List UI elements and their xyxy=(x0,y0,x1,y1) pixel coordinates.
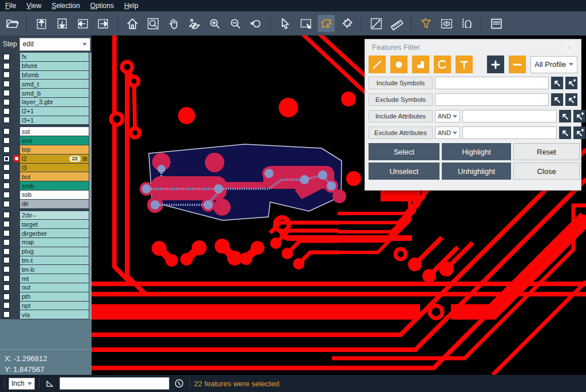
dialog-close-icon[interactable]: x xyxy=(565,43,574,52)
layer-active-indicator[interactable] xyxy=(13,265,20,274)
layer-visibility-checkbox[interactable] xyxy=(0,220,13,228)
unhighlight-button[interactable]: Unhighlight xyxy=(442,163,511,180)
layer-visibility-checkbox[interactable] xyxy=(0,191,13,199)
angle-mode-icon[interactable] xyxy=(43,377,56,390)
layer-row[interactable]: smd_t xyxy=(0,80,92,88)
layer-row[interactable]: bfsmb xyxy=(0,71,92,80)
layer-active-indicator[interactable] xyxy=(13,107,20,116)
layer-active-indicator[interactable] xyxy=(13,136,20,145)
layer-row[interactable]: tm-b xyxy=(0,265,92,274)
layer-active-indicator[interactable] xyxy=(13,62,20,70)
command-input[interactable] xyxy=(60,377,169,390)
pick-symbol-icon[interactable] xyxy=(551,77,563,89)
layer-active-indicator[interactable] xyxy=(13,127,20,136)
pick-add-attribute-icon[interactable] xyxy=(573,110,585,122)
menu-options[interactable]: Options xyxy=(85,0,119,11)
layer-name-cell[interactable]: l2 22 ⊞ xyxy=(20,155,89,163)
layer-name-cell[interactable]: out xyxy=(20,283,89,292)
layer-name-cell[interactable]: l3+1 xyxy=(20,116,89,125)
layer-visibility-checkbox[interactable] xyxy=(0,145,13,154)
zoom-previous-icon[interactable] xyxy=(247,15,264,32)
layer-active-indicator[interactable] xyxy=(13,116,20,125)
filter-arc-icon[interactable] xyxy=(434,56,451,73)
layer-row[interactable]: pth xyxy=(0,292,92,301)
step-select[interactable]: edit xyxy=(19,38,90,51)
layer-visibility-checkbox[interactable] xyxy=(0,164,13,172)
open-file-icon[interactable] xyxy=(3,15,21,32)
layer-row[interactable]: 2dir-- xyxy=(0,211,92,220)
layer-active-indicator[interactable] xyxy=(13,247,20,256)
drag-view-icon[interactable] xyxy=(185,15,203,32)
layer-name-cell[interactable]: target xyxy=(20,220,89,228)
layer-row[interactable]: l3+1 xyxy=(0,116,92,125)
layer-row[interactable]: mt xyxy=(0,274,92,283)
filter-surface-icon[interactable] xyxy=(412,56,429,73)
layer-row[interactable]: dirgerber xyxy=(0,229,92,237)
layer-row[interactable]: smt xyxy=(0,136,92,145)
layer-row[interactable]: l3 xyxy=(0,164,92,172)
layer-row[interactable]: via xyxy=(0,310,92,319)
layer-visibility-checkbox[interactable] xyxy=(0,107,13,116)
layer-name-cell[interactable]: mt xyxy=(20,274,89,283)
layer-row[interactable]: fx xyxy=(0,53,92,61)
layer-visibility-checkbox[interactable] xyxy=(0,116,13,125)
exclude-attributes-button[interactable]: Exclude Attributes xyxy=(369,126,433,139)
layer-visibility-checkbox[interactable] xyxy=(0,62,13,70)
layer-list-scrollbar[interactable] xyxy=(89,53,92,319)
pick-symbol-icon[interactable] xyxy=(551,93,563,106)
layer-visibility-checkbox[interactable] xyxy=(0,247,13,256)
layer-visibility-checkbox[interactable] xyxy=(0,302,13,310)
layer-visibility-checkbox[interactable] xyxy=(0,265,13,274)
layer-visibility-checkbox[interactable] xyxy=(0,200,13,208)
layer-active-indicator[interactable] xyxy=(13,145,20,154)
layer-name-cell[interactable]: bfsmt xyxy=(20,62,89,70)
menu-selection[interactable]: Selection xyxy=(46,0,85,11)
close-button[interactable]: Close xyxy=(513,163,580,180)
pan-up-icon[interactable] xyxy=(33,15,50,32)
select-cursor-icon[interactable] xyxy=(276,15,294,32)
layer-visibility-checkbox[interactable] xyxy=(0,98,13,106)
pan-hand-icon[interactable] xyxy=(165,15,182,32)
layer-visibility-checkbox[interactable] xyxy=(0,274,13,283)
exclude-attributes-input[interactable] xyxy=(462,126,557,139)
layer-visibility-checkbox[interactable] xyxy=(0,283,13,292)
layer-name-cell[interactable]: tm-b xyxy=(20,265,89,274)
layer-visibility-checkbox[interactable] xyxy=(0,155,13,163)
layer-visibility-checkbox[interactable] xyxy=(0,238,13,247)
layer-active-indicator[interactable] xyxy=(13,98,20,106)
layer-name-cell[interactable]: npt xyxy=(20,302,89,310)
reset-button[interactable]: Reset xyxy=(513,143,580,160)
pick-add-symbol-icon[interactable] xyxy=(565,77,577,89)
ruler-icon[interactable] xyxy=(388,15,405,32)
layer-active-indicator[interactable] xyxy=(13,164,20,172)
view-highlight-icon[interactable] xyxy=(438,15,455,32)
layer-active-indicator[interactable] xyxy=(13,211,20,220)
layer-active-indicator[interactable] xyxy=(13,53,20,61)
layer-row[interactable]: layer_3.gbr xyxy=(0,98,92,106)
filter-pad-icon[interactable] xyxy=(390,56,407,73)
layer-visibility-checkbox[interactable] xyxy=(0,229,13,237)
layer-name-cell[interactable]: smd_b xyxy=(20,89,89,97)
layer-active-indicator[interactable] xyxy=(13,302,20,310)
layer-visibility-checkbox[interactable] xyxy=(0,256,13,265)
pan-right-icon[interactable] xyxy=(94,15,112,32)
filter-line-icon[interactable] xyxy=(369,56,386,73)
filter-text-icon[interactable] xyxy=(456,56,473,73)
home-view-icon[interactable] xyxy=(124,15,141,32)
layer-visibility-checkbox[interactable] xyxy=(0,80,13,88)
layer-visibility-checkbox[interactable] xyxy=(0,89,13,97)
pick-add-attribute-icon[interactable] xyxy=(573,126,585,139)
layer-visibility-checkbox[interactable] xyxy=(0,136,13,145)
layer-name-cell[interactable]: map xyxy=(20,238,89,247)
exclude-symbols-button[interactable]: Exclude Symbols xyxy=(369,93,433,106)
layer-row[interactable]: top xyxy=(0,145,92,154)
layer-row[interactable]: out xyxy=(0,283,92,292)
layer-active-indicator[interactable] xyxy=(13,283,20,292)
menu-help[interactable]: Help xyxy=(119,0,144,11)
panels-icon[interactable] xyxy=(488,15,505,32)
layer-name-cell[interactable]: l3 xyxy=(20,164,89,172)
layer-active-indicator[interactable] xyxy=(13,80,20,88)
pan-left-icon[interactable] xyxy=(74,15,91,32)
layer-visibility-checkbox[interactable] xyxy=(0,310,13,319)
layer-name-cell[interactable]: top xyxy=(20,145,89,154)
